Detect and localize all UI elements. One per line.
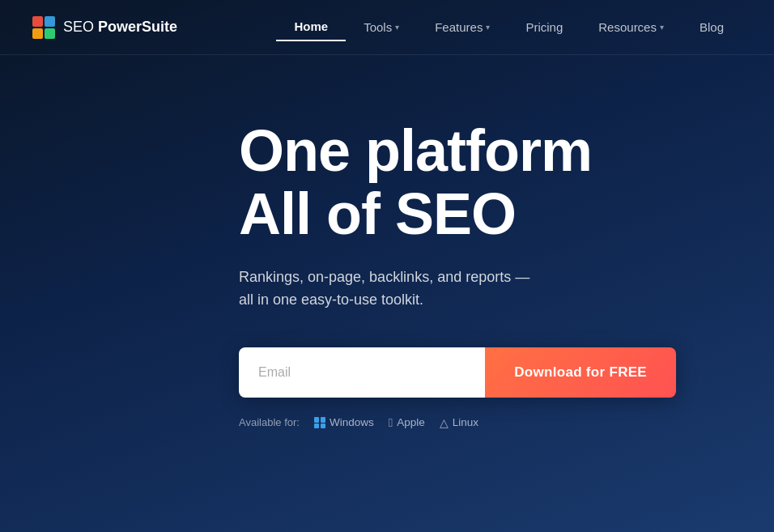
chevron-down-icon: ▾ [660, 23, 664, 32]
apple-label: Apple [397, 416, 425, 428]
logo-powersuite: PowerSuite [98, 19, 177, 35]
navbar: SEO PowerSuite Home Tools ▾ Features ▾ P… [0, 0, 774, 55]
nav-item-tools[interactable]: Tools ▾ [346, 14, 417, 40]
hero-section: One platform All of SEO Rankings, on-pag… [0, 55, 774, 429]
email-input[interactable] [239, 347, 485, 398]
chevron-down-icon: ▾ [486, 23, 490, 32]
available-for-row: Available for: Windows  Apple △ Linux [239, 415, 478, 429]
apple-icon:  [389, 415, 393, 429]
hero-subtitle: Rankings, on-page, backlinks, and report… [239, 266, 529, 313]
nav-links: Home Tools ▾ Features ▾ Pricing Resource… [276, 13, 742, 41]
nav-item-blog[interactable]: Blog [682, 14, 742, 40]
nav-item-resources[interactable]: Resources ▾ [580, 14, 682, 40]
windows-label: Windows [330, 416, 374, 428]
platform-apple:  Apple [389, 415, 425, 429]
windows-icon [314, 416, 325, 428]
available-label: Available for: [239, 416, 300, 428]
cta-row: Download for FREE [239, 347, 676, 398]
platform-linux: △ Linux [440, 416, 478, 429]
download-button[interactable]: Download for FREE [485, 347, 676, 398]
logo-icon [32, 16, 55, 39]
nav-item-home[interactable]: Home [276, 13, 346, 41]
logo[interactable]: SEO PowerSuite [32, 16, 177, 39]
hero-title: One platform All of SEO [239, 120, 592, 246]
logo-seo: SEO [63, 19, 94, 35]
chevron-down-icon: ▾ [395, 23, 399, 32]
linux-icon: △ [440, 416, 449, 429]
nav-item-features[interactable]: Features ▾ [417, 14, 508, 40]
nav-item-pricing[interactable]: Pricing [508, 14, 580, 40]
platform-windows: Windows [314, 416, 374, 428]
linux-label: Linux [453, 416, 478, 428]
